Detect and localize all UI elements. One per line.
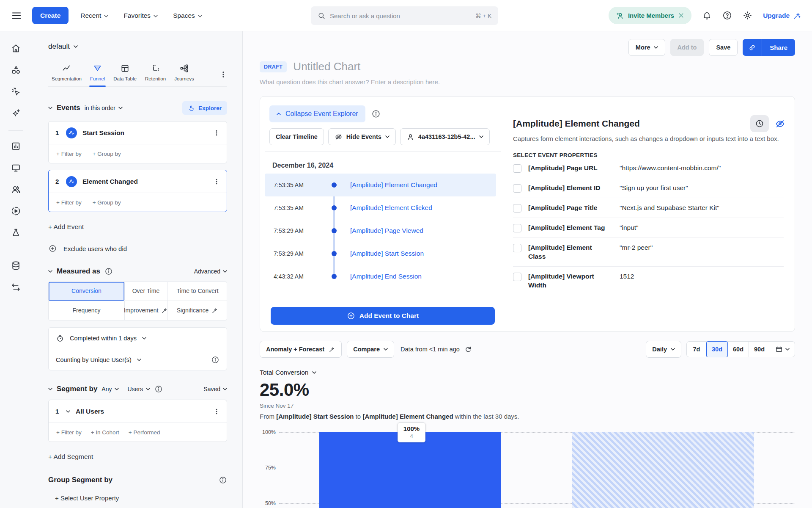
group-by-link[interactable]: + Group by [93, 199, 121, 206]
home-icon[interactable] [11, 43, 21, 54]
saved-segments-dropdown[interactable]: Saved [203, 386, 227, 392]
exclude-users-button[interactable]: Exclude users who did [48, 244, 227, 253]
option-over-time[interactable]: Over Time [125, 282, 167, 301]
hide-events-dropdown[interactable]: Hide Events [328, 128, 396, 145]
event-order-dropdown[interactable]: in this order [85, 105, 123, 111]
filter-by-link[interactable]: + Filter by [56, 429, 82, 436]
save-button[interactable]: Save [709, 39, 738, 56]
property-checkbox[interactable] [513, 273, 521, 281]
help-icon[interactable] [722, 11, 732, 20]
monitor-icon[interactable] [11, 163, 21, 173]
timeline-view-toggle[interactable] [750, 115, 769, 132]
event-options-kebab-icon[interactable] [213, 130, 220, 136]
create-button[interactable]: Create [32, 7, 69, 24]
performed-link[interactable]: + Performed [129, 429, 160, 436]
option-significance[interactable]: Significance [167, 301, 227, 320]
chart-description-input[interactable]: What question does this chart answer? En… [260, 78, 795, 86]
timeline-event-link[interactable]: [Amplitude] Start Session [350, 250, 424, 257]
option-conversion[interactable]: Conversion [49, 282, 125, 301]
upgrade-link[interactable]: Upgrade [763, 11, 801, 20]
timeline-event-link[interactable]: [Amplitude] End Session [350, 273, 422, 280]
event-options-kebab-icon[interactable] [213, 178, 220, 185]
collapse-section-icon[interactable] [48, 107, 52, 109]
anomaly-forecast-button[interactable]: Anomaly + Forecast [260, 341, 342, 358]
add-event-button[interactable]: + Add Event [48, 223, 227, 231]
invite-members-button[interactable]: Invite Members [609, 7, 691, 24]
funnel-bar-element-changed[interactable] [572, 432, 754, 508]
nav-recent[interactable]: Recent [80, 12, 108, 19]
segment-users-dropdown[interactable]: Users [127, 386, 150, 392]
share-button[interactable]: Share [743, 39, 795, 56]
collapse-event-explorer-button[interactable]: Collapse Event Explorer [269, 105, 365, 122]
add-event-to-chart-button[interactable]: Add Event to Chart [271, 307, 495, 325]
advanced-dropdown[interactable]: Advanced [194, 268, 227, 275]
property-checkbox[interactable] [513, 164, 521, 173]
clear-timeline-button[interactable]: Clear Timeline [269, 128, 324, 145]
refresh-icon[interactable] [464, 345, 472, 353]
timeline-event-link[interactable]: [Amplitude] Element Clicked [350, 204, 432, 212]
timeline-event-link[interactable]: [Amplitude] Element Changed [350, 181, 437, 189]
completed-within-dropdown[interactable]: Completed within 1 days [49, 328, 227, 349]
integrations-swap-icon[interactable] [11, 282, 21, 293]
in-cohort-link[interactable]: + In Cohort [91, 429, 119, 436]
range-90d[interactable]: 90d [749, 341, 770, 357]
counting-by-dropdown[interactable]: Counting by Unique User(s) [49, 349, 227, 370]
event-card-2-selected[interactable]: 2 Element Changed + Filter by + Group by [48, 170, 227, 212]
property-checkbox[interactable] [513, 204, 521, 213]
add-segment-button[interactable]: + Add Segment [48, 453, 227, 461]
bar-chart-icon[interactable] [11, 141, 21, 152]
timeline-event-link[interactable]: [Amplitude] Page Viewed [350, 227, 423, 235]
funnel-bar-start-session[interactable] [319, 432, 501, 508]
ai-sparkles-icon[interactable] [11, 108, 21, 119]
shapes-icon[interactable] [11, 65, 21, 75]
timeline-row[interactable]: 7:53:29 AM [Amplitude] Page Viewed [265, 219, 496, 242]
cursor-click-icon[interactable] [11, 86, 21, 97]
interval-daily-dropdown[interactable]: Daily [646, 341, 681, 358]
tab-funnel[interactable]: Funnel [87, 62, 108, 86]
filter-by-link[interactable]: + Filter by [56, 151, 82, 157]
tab-data-table[interactable]: Data Table [110, 62, 140, 86]
flask-icon[interactable] [11, 227, 21, 238]
event-explorer-toggle-button[interactable]: Explorer [182, 101, 227, 115]
close-icon[interactable] [678, 12, 684, 19]
group-by-link[interactable]: + Group by [93, 151, 121, 157]
select-user-property-button[interactable]: + Select User Property [55, 494, 227, 502]
search-input[interactable] [330, 12, 471, 19]
tabs-overflow-kebab-icon[interactable] [219, 70, 227, 78]
chart-title-input[interactable]: Untitled Chart [293, 60, 360, 73]
range-7d[interactable]: 7d [686, 341, 707, 357]
more-button[interactable]: More [628, 39, 665, 56]
global-search[interactable]: ⌘ + K [311, 6, 498, 25]
collapse-section-icon[interactable] [48, 388, 52, 390]
property-checkbox[interactable] [513, 224, 521, 232]
event-card-1[interactable]: 1 Start Session + Filter by + Group by [48, 121, 227, 163]
play-circle-icon[interactable] [11, 206, 21, 216]
timeline-row[interactable]: 7:53:29 AM [Amplitude] Start Session [265, 242, 496, 265]
user-selector-dropdown[interactable]: 4a431163-12b5-42... [400, 128, 490, 145]
notifications-bell-icon[interactable] [702, 11, 712, 20]
range-30d[interactable]: 30d [706, 341, 728, 357]
tab-segmentation[interactable]: Segmentation [48, 62, 85, 86]
property-checkbox[interactable] [513, 184, 521, 193]
option-improvement[interactable]: Improvement [125, 301, 167, 320]
segment-options-kebab-icon[interactable] [213, 408, 220, 415]
option-time-to-convert[interactable]: Time to Convert [167, 282, 227, 301]
nav-favorites[interactable]: Favorites [123, 12, 158, 19]
tab-journeys[interactable]: Journeys [171, 62, 198, 86]
hamburger-menu-icon[interactable] [11, 10, 22, 21]
timeline-row[interactable]: 7:53:35 AM [Amplitude] Element Changed [265, 174, 496, 196]
timeline-row[interactable]: 4:43:32 AM [Amplitude] End Session [265, 265, 496, 288]
hide-event-eye-off-icon[interactable] [775, 119, 785, 129]
collapse-section-icon[interactable] [48, 270, 52, 273]
users-icon[interactable] [11, 184, 21, 195]
segment-any-dropdown[interactable]: Any [102, 386, 119, 392]
copy-link-icon[interactable] [743, 39, 762, 56]
range-60d[interactable]: 60d [727, 341, 749, 357]
workspace-selector[interactable]: default [48, 42, 227, 51]
option-frequency[interactable]: Frequency [49, 301, 125, 320]
property-checkbox[interactable] [513, 244, 521, 252]
database-icon[interactable] [11, 260, 21, 271]
settings-gear-icon[interactable] [743, 11, 752, 20]
chevron-down-icon[interactable] [66, 410, 70, 413]
custom-date-range-button[interactable] [770, 341, 795, 357]
